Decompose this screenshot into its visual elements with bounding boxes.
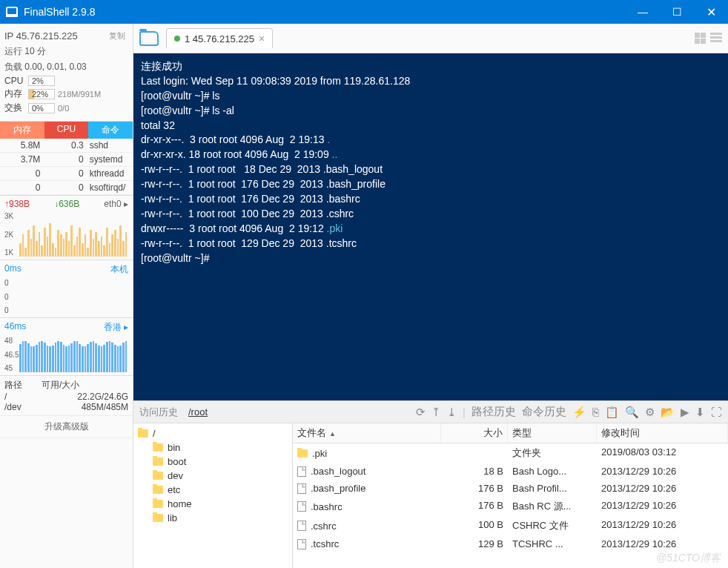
session-tab[interactable]: 1 45.76.215.225 ×: [166, 28, 273, 48]
lat1-ms: 0ms: [4, 263, 21, 276]
bottom-panel: 访问历史 /root ⟳ ⤒ ⤓ | 路径历史 命令历史 ⚡ ⎘ 📋 🔍 ⚙ 📂: [133, 400, 728, 568]
bolt-icon[interactable]: ⚡: [572, 406, 586, 419]
mem-percent: 22%: [28, 89, 55, 99]
upgrade-link[interactable]: 升级高级版: [0, 415, 133, 438]
tree-item[interactable]: etc: [133, 483, 292, 497]
tree-root[interactable]: /: [153, 428, 156, 439]
net-iface[interactable]: eth0 ▸: [104, 199, 128, 209]
lat2-ms: 46ms: [4, 321, 26, 334]
file-row[interactable]: .bash_logout18 BBash Logo...2013/12/29 1…: [293, 463, 728, 480]
play-icon[interactable]: ▶: [681, 406, 689, 419]
file-row[interactable]: .bash_profile176 BBash Profil...2013/12/…: [293, 480, 728, 497]
cpu-percent: 2%: [28, 76, 55, 86]
net-chart: [19, 212, 127, 257]
net-up: ↑938B: [4, 199, 30, 209]
col-type[interactable]: 类型: [508, 423, 597, 443]
file-row[interactable]: .cshrc100 BCSHRC 文件2013/12/29 10:26: [293, 516, 728, 535]
folder-icon: [138, 429, 148, 437]
load-label: 负载 0.00, 0.01, 0.03: [4, 59, 128, 75]
tree-item[interactable]: lib: [133, 511, 292, 525]
refresh-icon[interactable]: ⟳: [416, 406, 426, 419]
file-row[interactable]: .pki文件夹2019/08/03 03:12: [293, 443, 728, 463]
app-icon: [6, 7, 18, 17]
ip-label: IP 45.76.215.225: [4, 30, 78, 42]
terminal[interactable]: 连接成功 Last login: Wed Sep 11 09:08:39 201…: [133, 53, 728, 400]
col-mtime[interactable]: 修改时间: [597, 423, 728, 443]
folder-icon[interactable]: [139, 31, 159, 46]
file-row[interactable]: .tcshrc129 BTCSHRC ...2013/12/29 10:26: [293, 535, 728, 552]
proc-header-cpu[interactable]: CPU: [44, 122, 89, 139]
maximize-button[interactable]: ☐: [660, 0, 694, 24]
swap-percent: 0%: [28, 103, 55, 113]
gear-icon[interactable]: ⚙: [645, 406, 655, 419]
upload-icon[interactable]: ⤒: [431, 406, 441, 419]
path-header: 路径: [4, 379, 42, 392]
download2-icon[interactable]: ⬇: [695, 406, 705, 419]
crumb-pathhist[interactable]: 路径历史: [471, 405, 516, 419]
window-title: FinalShell 2.9.8: [24, 6, 96, 18]
paste-icon[interactable]: 📋: [605, 406, 619, 419]
swap-label: 交换: [4, 102, 25, 114]
proc-row[interactable]: 3.7M0systemd: [0, 153, 133, 167]
dir-tree[interactable]: / binbootdevetchomelib: [133, 423, 293, 568]
open-folder-icon[interactable]: 📂: [661, 406, 675, 419]
mem-label: 内存: [4, 87, 25, 100]
proc-row[interactable]: 5.8M0.3sshd: [0, 139, 133, 153]
lat1-loc[interactable]: 本机: [110, 263, 128, 276]
tree-item[interactable]: bin: [133, 440, 292, 455]
close-button[interactable]: ✕: [694, 0, 728, 24]
status-dot-icon: [174, 36, 180, 42]
grid-view-icon[interactable]: [695, 33, 706, 44]
net-down: ↓636B: [54, 199, 79, 209]
file-row[interactable]: .bashrc176 BBash RC 源...2013/12/29 10:26: [293, 497, 728, 516]
tab-bar: 1 45.76.215.225 ×: [133, 24, 728, 53]
size-header: 可用/大小: [42, 379, 79, 392]
crumb-cmdhist[interactable]: 命令历史: [522, 405, 566, 419]
download-icon[interactable]: ⤓: [447, 406, 457, 419]
tree-item[interactable]: boot: [133, 455, 292, 469]
tab-close-icon[interactable]: ×: [259, 33, 265, 44]
copy-ip-button[interactable]: 复制: [106, 30, 128, 42]
titlebar: FinalShell 2.9.8 — ☐ ✕: [0, 0, 728, 24]
sidebar: IP 45.76.215.225 复制 运行 10 分 负载 0.00, 0.0…: [0, 24, 133, 568]
tree-item[interactable]: home: [133, 497, 292, 511]
network-block: ↑938B ↓636B eth0 ▸ 3K 2K 1K: [0, 195, 133, 260]
window-controls: — ☐ ✕: [626, 0, 728, 24]
lat-chart: [19, 337, 127, 372]
proc-header-cmd[interactable]: 命令: [88, 122, 133, 139]
proc-row[interactable]: 00kthreadd: [0, 167, 133, 181]
file-list: 文件名▲ 大小 类型 修改时间 .pki文件夹2019/08/03 03:12.…: [293, 423, 728, 568]
bottom-toolbar: 访问历史 /root ⟳ ⤒ ⤓ | 路径历史 命令历史 ⚡ ⎘ 📋 🔍 ⚙ 📂: [133, 401, 728, 423]
disk-row: /dev485M/485M: [4, 402, 128, 412]
minimize-button[interactable]: —: [626, 0, 660, 24]
mem-detail: 218M/991M: [58, 90, 101, 99]
col-size[interactable]: 大小: [441, 423, 508, 443]
latency-remote: 46ms 香港 ▸ 48 46.5 45: [0, 317, 133, 375]
menu-icon[interactable]: [710, 33, 722, 44]
proc-header-mem[interactable]: 内存: [0, 122, 44, 139]
crumb-history[interactable]: 访问历史: [139, 406, 178, 419]
watermark: @51CTO博客: [656, 552, 721, 565]
cpu-label: CPU: [4, 76, 25, 86]
net-y0: 3K: [4, 212, 18, 220]
copy-icon[interactable]: ⎘: [592, 406, 599, 418]
lat2-loc[interactable]: 香港 ▸: [104, 321, 128, 334]
disk-block: 路径 可用/大小 /22.2G/24.6G/dev485M/485M: [0, 375, 133, 415]
process-table: 内存 CPU 命令 5.8M0.3sshd3.7M0systemd00kthre…: [0, 121, 133, 195]
tab-label: 1 45.76.215.225: [185, 33, 254, 44]
disk-row: /22.2G/24.6G: [4, 392, 128, 402]
col-name[interactable]: 文件名▲: [293, 423, 441, 443]
fullscreen-icon[interactable]: ⛶: [711, 406, 722, 418]
crumb-path[interactable]: /root: [188, 406, 208, 417]
search-icon[interactable]: 🔍: [625, 406, 639, 419]
proc-row[interactable]: 00ksoftirqd/: [0, 181, 133, 195]
swap-detail: 0/0: [58, 104, 69, 113]
tree-item[interactable]: dev: [133, 469, 292, 483]
latency-local: 0ms 本机 0 0 0: [0, 260, 133, 317]
net-y1: 2K: [4, 231, 18, 239]
uptime-label: 运行 10 分: [4, 44, 128, 59]
net-y2: 1K: [4, 248, 18, 257]
